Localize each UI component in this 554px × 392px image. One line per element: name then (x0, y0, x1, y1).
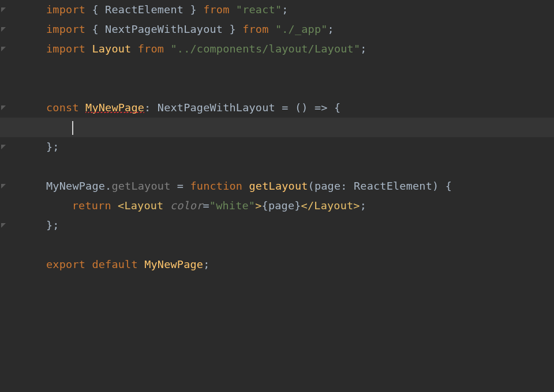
fold-gutter[interactable] (0, 255, 7, 274)
semicolon: ; (360, 43, 366, 55)
fold-gutter[interactable] (0, 235, 7, 255)
equals: = (275, 101, 295, 114)
brace: { (334, 101, 340, 114)
code-line[interactable] (0, 59, 554, 78)
fold-gutter[interactable] (0, 118, 7, 137)
jsx-attr: color (170, 199, 203, 212)
fold-gutter[interactable] (0, 59, 7, 78)
code-line[interactable]: }; (0, 137, 554, 157)
fold-gutter[interactable] (0, 98, 7, 118)
jsx-tag-name: Layout (314, 199, 353, 212)
jsx-close-angle: > (255, 199, 261, 212)
fold-gutter[interactable] (0, 0, 7, 20)
equals: = (203, 199, 209, 212)
paren: ) (432, 180, 439, 192)
keyword-export: export (46, 258, 92, 270)
fold-gutter[interactable] (0, 157, 7, 176)
string-literal: "white" (209, 199, 255, 212)
fold-icon[interactable] (1, 145, 6, 149)
space (163, 199, 170, 212)
keyword-default: default (92, 258, 144, 270)
jsx-tag-name: Layout (124, 199, 163, 212)
jsx-open-angle: </ (301, 199, 315, 212)
keyword-return: return (59, 199, 118, 212)
fold-icon[interactable] (1, 47, 6, 51)
semicolon: ; (203, 258, 209, 270)
fold-gutter[interactable] (0, 39, 7, 59)
identifier: Layout (92, 43, 131, 55)
fold-gutter[interactable] (0, 176, 7, 196)
code-line[interactable]: }; (0, 216, 554, 235)
fold-icon[interactable] (1, 223, 6, 228)
colon: : (144, 101, 158, 114)
jsx-expression: page (268, 199, 294, 212)
code-line[interactable]: export default MyNewPage; (0, 255, 554, 274)
keyword-import: import (46, 43, 92, 55)
indent (59, 121, 72, 133)
close-brace: }; (46, 141, 59, 153)
fold-gutter[interactable] (0, 20, 7, 39)
identifier: MyNewPage (144, 258, 203, 270)
fold-icon[interactable] (1, 105, 6, 110)
code-editor[interactable]: import { ReactElement } from "react"; im… (0, 0, 554, 392)
space (131, 43, 137, 55)
jsx-open-angle: < (118, 199, 124, 212)
code-line[interactable]: import Layout from "../components/layout… (0, 39, 554, 59)
fold-icon[interactable] (1, 27, 6, 32)
close-brace: }; (46, 219, 59, 231)
text-cursor (72, 121, 73, 135)
jsx-expr-open: { (262, 199, 268, 212)
space (439, 180, 445, 192)
fold-icon[interactable] (1, 184, 6, 189)
code-line[interactable]: const MyNewPage: NextPageWithLayout = ()… (0, 98, 554, 118)
parens: () (295, 101, 308, 114)
brace: { (446, 180, 452, 192)
jsx-close-angle: > (353, 199, 360, 212)
fold-icon[interactable] (1, 7, 6, 12)
fold-gutter[interactable] (0, 216, 7, 235)
semicolon: ; (360, 199, 366, 212)
string-literal: "../components/layout/Layout" (170, 43, 360, 55)
fold-gutter[interactable] (0, 78, 7, 98)
code-line[interactable]: return <Layout color="white">{page}</Lay… (0, 196, 554, 216)
arrow: => (308, 101, 334, 114)
keyword-from: from (138, 43, 171, 55)
fold-gutter[interactable] (0, 137, 7, 157)
fold-gutter[interactable] (0, 196, 7, 216)
type-annotation: NextPageWithLayout (158, 101, 275, 114)
identifier-with-error: MyNewPage (85, 101, 144, 114)
code-line-active[interactable] (0, 118, 554, 137)
jsx-expr-close: } (294, 199, 301, 212)
